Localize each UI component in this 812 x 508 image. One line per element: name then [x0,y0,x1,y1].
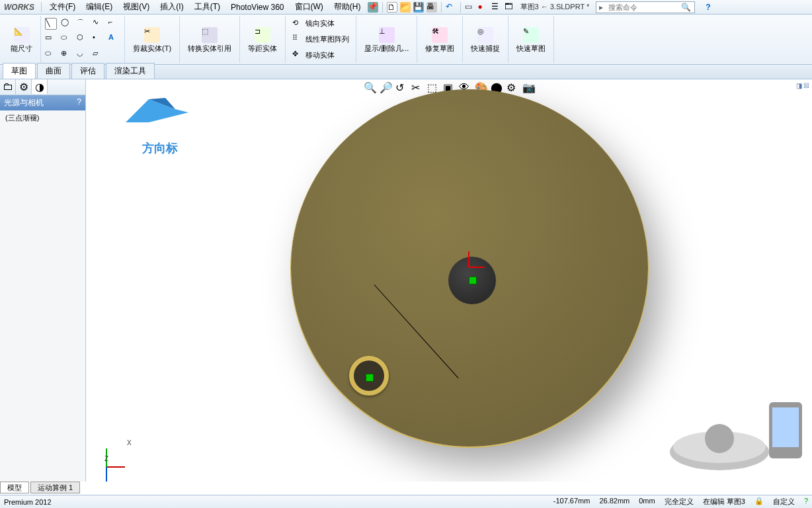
sketch-point-end[interactable] [366,374,374,382]
slot-icon[interactable]: ⬭ [61,33,73,45]
watermark-gadget [660,389,812,475]
save-icon[interactable]: 💾 [413,2,424,13]
panel-tab-config[interactable]: ⚙ [16,79,32,94]
spline-icon[interactable]: ∿ [93,18,104,30]
offset-button[interactable]: ⊐等距实体 [244,26,281,54]
svg-rect-7 [772,407,799,447]
status-coord-z: 0mm [639,497,655,507]
menu-photoview[interactable]: PhotoView 360 [225,3,290,12]
menu-view[interactable]: 视图(V) [118,1,155,13]
svg-text:方向标: 方向标 [142,142,178,155]
rebuild-icon[interactable]: ● [478,2,489,13]
status-editing: 在编辑 草图3 [703,497,745,507]
line-icon[interactable]: ╲ [45,18,57,30]
tab-motion-study[interactable]: 运动算例 1 [30,482,80,493]
search-icon[interactable]: 🔍 [678,3,694,12]
undo-icon[interactable]: ↶ [446,2,456,13]
panel-help-icon[interactable]: ? [77,97,81,108]
menu-help[interactable]: 帮助(H) [329,1,366,13]
command-tabs: 草图 曲面 评估 渲染工具 [0,65,812,79]
menu-file[interactable]: 文件(F) [44,1,81,13]
watermark-logo: 方向标 [112,86,198,159]
point-icon[interactable]: • [93,33,104,45]
zoom-area-icon[interactable]: 🔎 [379,81,392,94]
menubar: WORKS 文件(F) 编辑(E) 视图(V) 插入(I) 工具(T) Phot… [0,0,812,15]
ellipse-icon[interactable]: ⬭ [45,49,57,61]
menu-tools[interactable]: 工具(T) [189,1,225,13]
help-button[interactable]: ? [700,3,715,12]
convert-button[interactable]: ⬚转换实体引用 [184,26,235,54]
tab-evaluate[interactable]: 评估 [71,63,104,79]
search-box[interactable]: ▸ 🔍 [596,1,695,13]
panel-close-icon[interactable]: ☒ [803,82,809,89]
zoom-fit-icon[interactable]: 🔍 [363,81,376,94]
render-tools-icon[interactable]: 📷 [522,81,535,94]
pushpin-icon[interactable]: 📌 [368,2,378,13]
move-button[interactable]: ✥移动实体 [290,49,352,61]
feature-manager-panel: 🗀 ⚙ ◑ 光源与相机 ? (三点渐褪) [0,79,86,482]
options-icon[interactable]: ☰ [491,2,502,13]
open-icon[interactable]: 📂 [400,2,411,13]
quick-sketch-button[interactable]: ✎快速草图 [512,26,549,54]
app-logo: WORKS [0,3,38,12]
menu-edit[interactable]: 编辑(E) [81,1,118,13]
svg-point-5 [705,424,734,453]
status-version: Premium 2012 [4,498,52,506]
document-name: 草图3 ← 3.SLDPRT * [516,2,594,12]
status-coord-x: -107.67mm [553,497,590,507]
view-settings-icon[interactable]: ⚙ [506,81,519,94]
circle-icon[interactable]: ◯ [61,18,73,30]
panel-controls: ◨ ☒ [796,82,809,89]
section-view-icon[interactable]: ✂ [411,81,424,94]
panel-item-light[interactable]: (三点渐褪) [0,110,85,126]
status-bar: Premium 2012 -107.67mm 26.82mm 0mm 完全定义 … [0,495,812,508]
trim-button[interactable]: ✂剪裁实体(T) [129,26,175,54]
panel-tab-tree[interactable]: 🗀 [0,79,16,94]
panel-tab-display[interactable]: ◑ [32,79,48,94]
sketch-tools-group: ╲ ◯ ⌒ ∿ ⌐ ▭ ⬭ ⬡ • A ⬭ ⊕ ◡ ▱ [41,16,125,63]
command-icon: ▸ [596,3,606,12]
prev-view-icon[interactable]: ↺ [395,81,408,94]
status-help-icon[interactable]: ? [804,497,808,507]
fillet-icon[interactable]: ⌐ [108,18,120,30]
ribbon: 📐 能尺寸 ╲ ◯ ⌒ ∿ ⌐ ▭ ⬭ ⬡ • A ⬭ ⊕ ◡ ▱ ✂剪裁实体(… [0,15,812,65]
repair-sketch-button[interactable]: 🛠修复草图 [421,26,458,54]
status-coord-y: 26.82mm [599,497,629,507]
tab-render[interactable]: 渲染工具 [106,63,155,79]
search-input[interactable] [606,3,678,11]
panel-hide-icon[interactable]: ◨ [796,82,802,89]
settings-icon[interactable]: 🗔 [505,2,515,13]
select-icon[interactable]: ▭ [465,2,475,13]
print-icon[interactable]: 🖶 [426,2,437,13]
plane-icon[interactable]: ▱ [93,49,104,61]
pattern-button[interactable]: ⠿线性草图阵列 [290,33,352,45]
rect-icon[interactable]: ▭ [45,33,57,45]
status-defined: 完全定义 [665,497,694,507]
text-icon[interactable]: A [108,33,120,45]
centerline-icon[interactable]: ⊕ [61,49,73,61]
menu-window[interactable]: 窗口(W) [290,1,329,13]
display-delete-button[interactable]: ⊥显示/删除几... [360,26,413,54]
bottom-tabs: 模型 运动算例 1 [0,482,81,493]
panel-header: 光源与相机 ? [0,95,85,110]
status-lock-icon[interactable]: 🔒 [754,497,764,507]
svg-marker-0 [126,99,188,122]
viewport[interactable]: 🔍 🔎 ↺ ✂ ⬚ ▣ 👁 🎨 ⬤ ⚙ 📷 方向标 X Z [86,79,812,482]
new-icon[interactable]: 🗋 [387,2,397,13]
quick-snap-button[interactable]: ◎快速捕捉 [467,26,504,54]
tab-surface[interactable]: 曲面 [37,63,70,79]
arc-icon[interactable]: ⌒ [77,18,89,30]
mirror-button[interactable]: ⟲镜向实体 [290,18,352,30]
smart-dimension-button[interactable]: 📐 能尺寸 [7,26,36,54]
menu-insert[interactable]: 插入(I) [155,1,188,13]
tab-model[interactable]: 模型 [0,482,29,493]
sketch-point-origin[interactable] [469,276,477,284]
status-custom[interactable]: 自定义 [773,497,795,507]
parabola-icon[interactable]: ◡ [77,49,89,61]
polygon-icon[interactable]: ⬡ [77,33,89,45]
tab-sketch[interactable]: 草图 [3,63,36,79]
